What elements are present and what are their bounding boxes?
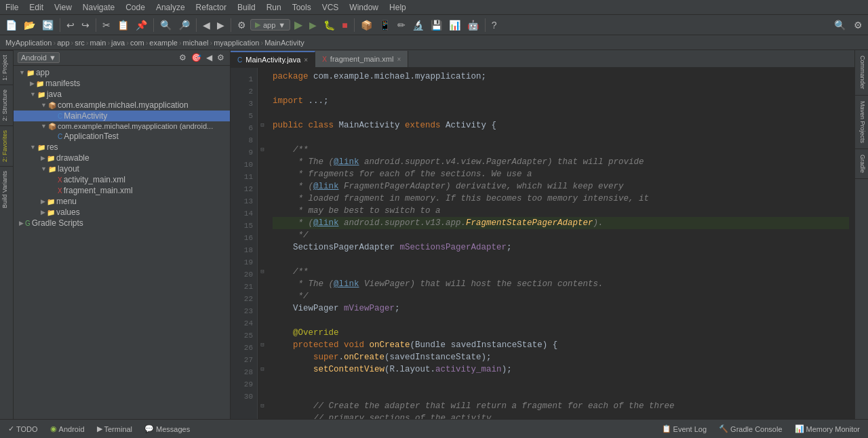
right-tab-maven[interactable]: Maven Projects [855, 96, 868, 149]
debug-button[interactable]: 🐛 [321, 18, 338, 32]
open-btn[interactable]: 📂 [21, 18, 38, 32]
breadcrumb-mainactivity[interactable]: MainActivity [264, 39, 304, 47]
menu-help[interactable]: Help [384, 1, 412, 14]
search-everywhere-btn[interactable]: 🔍 [831, 18, 848, 32]
android-icon-btn[interactable]: 🤖 [465, 18, 481, 32]
breadcrumb-myapplication[interactable]: MyApplication [5, 39, 52, 47]
undo-btn[interactable]: ↩ [64, 18, 77, 32]
settings-btn[interactable]: ⚙ [851, 18, 865, 32]
coverage-btn[interactable]: ▶ [307, 18, 319, 32]
stop-btn[interactable]: ■ [339, 18, 350, 32]
menu-file[interactable]: File [0, 1, 24, 14]
tree-item-activity-main-xml[interactable]: ▶ X activity_main.xml [14, 174, 230, 185]
run-config-selector[interactable]: ▶ app ▼ [250, 19, 290, 31]
annotation-btn[interactable]: ✏ [395, 18, 408, 32]
menu-code[interactable]: Code [120, 1, 151, 14]
fold-28[interactable]: ⊟ [258, 400, 267, 412]
tab-fragment-main-xml[interactable]: X fragment_main.xml × [315, 51, 408, 67]
project-scroll-btn[interactable]: 🎯 [190, 52, 203, 63]
avd-btn[interactable]: 📱 [376, 18, 393, 32]
menu-build[interactable]: Build [232, 1, 261, 14]
code-editor[interactable]: 1 2 3 5 6 8 9 10 11 12 13 14 15 16 [231, 68, 854, 419]
right-tab-commander[interactable]: Commander [855, 50, 868, 96]
breadcrumb-michael[interactable]: michael [183, 39, 209, 47]
tab-close-fragment[interactable]: × [397, 56, 401, 63]
breadcrumb-example[interactable]: example [149, 39, 178, 47]
left-tab-favorites[interactable]: 2: Favorites [0, 125, 13, 166]
breadcrumb-main[interactable]: main [90, 39, 106, 47]
tree-item-applicationtest[interactable]: ▶ C ApplicationTest [14, 131, 230, 142]
menu-view[interactable]: View [49, 1, 77, 14]
fold-23[interactable]: ⊟ [258, 339, 267, 351]
project-view-dropdown[interactable]: Android ▼ [18, 52, 60, 63]
lint-btn[interactable]: 🔬 [410, 18, 427, 32]
fold-7[interactable]: ⊟ [258, 144, 267, 156]
tree-item-app[interactable]: ▼ 📁 app [14, 67, 230, 78]
build-select-btn[interactable]: ⚙ [235, 18, 249, 32]
redo-btn[interactable]: ↪ [79, 18, 92, 32]
menu-tools[interactable]: Tools [287, 1, 317, 14]
tree-item-menu[interactable]: ▶ 📁 menu [14, 196, 230, 207]
bottom-tab-android[interactable]: ◉ Android [45, 422, 90, 435]
paste-btn[interactable]: 📌 [133, 18, 150, 32]
back-btn[interactable]: ◀ [200, 18, 213, 32]
bottom-tab-gradle-console[interactable]: 🔨 Gradle Console [713, 422, 787, 435]
memory-btn[interactable]: 💾 [428, 18, 445, 32]
run-button[interactable]: ▶ [292, 17, 305, 33]
new-project-btn[interactable]: 📄 [3, 18, 20, 32]
fold-1[interactable] [258, 71, 267, 83]
tree-item-layout[interactable]: ▼ 📁 layout [14, 163, 230, 174]
gradle-console-icon: 🔨 [719, 424, 728, 433]
fold-5[interactable]: ⊟ [258, 119, 267, 132]
copy-btn[interactable]: 📋 [115, 18, 132, 32]
left-tab-project[interactable]: 1: Project [0, 50, 13, 85]
tree-item-gradle-scripts[interactable]: ▶ G Gradle Scripts [14, 218, 230, 228]
menu-analyze[interactable]: Analyze [151, 1, 191, 14]
project-sync-btn[interactable]: ⚙ [178, 52, 188, 63]
right-tab-gradle[interactable]: Gradle [855, 149, 868, 179]
breadcrumb-app[interactable]: app [57, 39, 69, 47]
bottom-tab-terminal[interactable]: ▶ Terminal [92, 422, 138, 435]
replace-btn[interactable]: 🔎 [176, 18, 193, 32]
breadcrumb-com[interactable]: com [130, 39, 144, 47]
breadcrumb-java[interactable]: java [111, 39, 125, 47]
tree-item-java[interactable]: ▼ 📁 java [14, 89, 230, 100]
menu-navigate[interactable]: Navigate [77, 1, 120, 14]
sdk-mgr-btn[interactable]: 📦 [358, 18, 375, 32]
fold-17[interactable]: ⊟ [258, 266, 267, 278]
tab-mainactivity-java[interactable]: C MainActivity.java × [231, 51, 315, 67]
tree-item-res[interactable]: ▼ 📁 res [14, 142, 230, 153]
project-gear-btn[interactable]: ⚙ [216, 52, 226, 63]
tree-item-mainactivity[interactable]: ▶ C MainActivity [14, 111, 230, 121]
tree-item-drawable[interactable]: ▶ 📁 drawable [14, 153, 230, 163]
tree-item-package-test[interactable]: ▼ 📦 com.example.michael.myapplication (a… [14, 121, 230, 131]
sync-btn[interactable]: 🔄 [39, 18, 56, 32]
help-btn[interactable]: ? [489, 18, 500, 32]
hprof-btn[interactable]: 📊 [446, 18, 463, 32]
menu-window[interactable]: Window [344, 1, 384, 14]
code-content[interactable]: package com.example.michael.myapplicatio… [267, 68, 854, 419]
menu-edit[interactable]: Edit [24, 1, 49, 14]
fold-24[interactable]: ⊟ [258, 363, 267, 376]
cut-btn[interactable]: ✂ [100, 18, 113, 32]
find-btn[interactable]: 🔍 [157, 18, 174, 32]
menu-refactor[interactable]: Refactor [191, 1, 232, 14]
tab-close-mainactivity[interactable]: × [304, 56, 308, 64]
folder-icon-res: 📁 [37, 144, 45, 151]
forward-btn[interactable]: ▶ [214, 18, 227, 32]
tree-item-fragment-main-xml[interactable]: ▶ X fragment_main.xml [14, 185, 230, 196]
menu-vcs[interactable]: VCS [317, 1, 344, 14]
bottom-tab-todo[interactable]: ✓ TODO [3, 422, 43, 435]
project-collapse-btn[interactable]: ◀ [205, 52, 214, 63]
left-tab-structure[interactable]: 2: Structure [0, 85, 13, 125]
bottom-tab-event-log[interactable]: 📋 Event Log [656, 422, 713, 435]
tree-item-package-main[interactable]: ▼ 📦 com.example.michael.myapplication [14, 100, 230, 111]
tree-item-manifests[interactable]: ▶ 📁 manifests [14, 78, 230, 89]
breadcrumb-myapplication2[interactable]: myapplication [214, 39, 259, 47]
left-tab-build-variants[interactable]: Build Variants [0, 166, 13, 212]
tree-item-values[interactable]: ▶ 📁 values [14, 207, 230, 218]
bottom-tab-memory-monitor[interactable]: 📊 Memory Monitor [789, 422, 865, 435]
breadcrumb-src[interactable]: src [75, 39, 85, 47]
menu-run[interactable]: Run [261, 1, 287, 14]
bottom-tab-messages[interactable]: 💬 Messages [139, 422, 195, 435]
